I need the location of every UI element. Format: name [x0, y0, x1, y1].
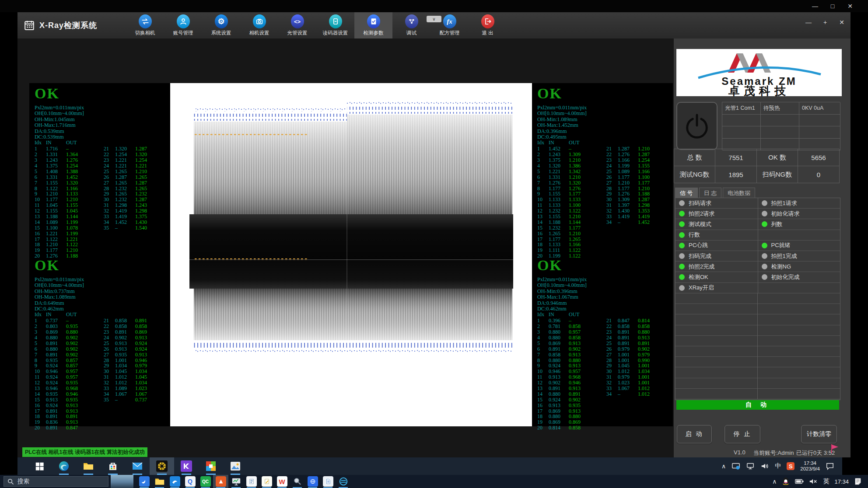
photos-app-icon[interactable]: [223, 457, 248, 475]
local-tray: ∧ 英 17:34: [772, 475, 862, 488]
info-line: Pxl2mm=0.011mm/pix: [537, 276, 673, 282]
measure-row: 71.1551.320: [35, 180, 104, 185]
search-input[interactable]: 搜索: [4, 476, 108, 487]
toolbar-item-tube-settings[interactable]: <> 光管设置: [278, 12, 316, 38]
measure-row: 261.1771.100: [606, 174, 672, 180]
volume-icon[interactable]: [760, 462, 769, 470]
docs-app-icon[interactable]: [320, 475, 336, 488]
ks-app-icon[interactable]: [174, 457, 199, 475]
toolbar-item-detect-params[interactable]: 检测参数: [354, 12, 392, 38]
toolbar-item-debug[interactable]: 调试: [392, 12, 430, 38]
toolbar-item-reader-settings[interactable]: 读码器设置: [316, 12, 354, 38]
info-line: OH-Min:1.045mm: [35, 116, 170, 122]
globe-app-icon[interactable]: [305, 475, 320, 488]
tube-state: 待预热: [761, 102, 799, 115]
notepad-app-icon[interactable]: [244, 475, 259, 488]
qq-icon[interactable]: [782, 477, 790, 486]
toolbar-item-switch-camera[interactable]: 切换相机: [126, 12, 164, 38]
measure-row: 190.8360.913: [35, 419, 104, 425]
measure-row: 240.8910.913: [606, 335, 672, 340]
xray-image-view[interactable]: [170, 83, 532, 426]
sogou-icon[interactable]: S: [787, 462, 794, 470]
toolbar-item-account[interactable]: 账号管理: [164, 12, 202, 38]
toolbar-dropdown-chevron[interactable]: ∨: [427, 16, 441, 22]
status-dot: [679, 264, 685, 269]
stop-button[interactable]: 停 止: [724, 425, 760, 443]
magnifier-tool-icon[interactable]: [290, 475, 305, 488]
measure-row: 210.8580.891: [104, 317, 169, 323]
xray-power-button[interactable]: [676, 102, 718, 150]
measure-row: 291.2761.188: [606, 191, 672, 196]
status-dot: [762, 200, 767, 206]
start-button-remote[interactable]: [27, 457, 52, 475]
gear-icon: ⚙: [215, 14, 228, 28]
measure-row: 61.3311.210: [537, 174, 606, 180]
ime-indicator-local[interactable]: 英: [823, 478, 829, 485]
column-header: IdxINOUT: [537, 311, 673, 317]
toolbar-item-system-settings[interactable]: ⚙ 系统设置: [202, 12, 240, 38]
toolbar-item-camera-settings[interactable]: 相机设置: [240, 12, 278, 38]
ie-browser-icon[interactable]: [336, 475, 351, 488]
toolbar-item-exit[interactable]: 退 出: [469, 12, 507, 38]
tray-chevron-up[interactable]: ∧: [721, 463, 726, 470]
clock-remote[interactable]: 17:34 2023/9/4: [800, 460, 820, 472]
xray-app-taskbar-icon[interactable]: [150, 457, 174, 475]
sticky-notes-icon[interactable]: [854, 478, 862, 485]
measure-row: 311.0121.045: [104, 374, 169, 380]
quark-app-icon[interactable]: Q: [182, 475, 198, 488]
tab-battery-data[interactable]: 电池数据: [723, 188, 755, 198]
app-maximize-button[interactable]: +: [820, 17, 830, 27]
measure-row: 251.2651.210: [104, 168, 169, 174]
file-explorer-icon[interactable]: [76, 457, 101, 475]
editor-app-icon[interactable]: [259, 475, 274, 488]
clock-local[interactable]: 17:34: [834, 478, 849, 485]
action-center-icon[interactable]: [826, 462, 834, 470]
measure-row: 161.2211.199: [35, 230, 104, 236]
weather-widget[interactable]: [111, 475, 133, 488]
account-icon: [177, 14, 190, 28]
measure-row: 41.3201.386: [537, 163, 606, 168]
measure-row: 301.3091.287: [606, 196, 672, 202]
clear-count-button[interactable]: 计数清零: [801, 425, 837, 443]
rdp-minimize-button[interactable]: —: [808, 0, 822, 12]
ms-store-icon[interactable]: [101, 457, 125, 475]
ime-indicator-remote[interactable]: 中: [775, 462, 781, 470]
app-close-button[interactable]: ✕: [836, 17, 847, 27]
result-label: OK: [537, 257, 673, 276]
wps-app-icon[interactable]: W: [274, 475, 290, 488]
volume-muted-icon[interactable]: [809, 478, 818, 485]
app-minimize-button[interactable]: —: [803, 17, 814, 27]
swoosh-app-icon[interactable]: [167, 475, 182, 488]
measure-row: 241.1991.155: [606, 163, 672, 168]
measure-row: 191.1771.210: [35, 247, 104, 253]
measure-row: 191.1111.122: [537, 247, 606, 253]
info-line: DA:0.396mm: [537, 128, 673, 134]
start-button[interactable]: 启 动: [677, 425, 712, 443]
tab-signal[interactable]: 信 号: [675, 188, 698, 198]
battery-icon[interactable]: [795, 478, 804, 485]
edge-browser-icon[interactable]: [52, 457, 76, 475]
measure-row: 110.9240.957: [35, 374, 104, 380]
xray-viewer-app-icon[interactable]: [213, 475, 228, 488]
tab-log[interactable]: 日 志: [699, 188, 722, 198]
monitor-app-icon[interactable]: [228, 475, 244, 488]
qc-app-icon[interactable]: QC: [198, 475, 213, 488]
tray2-chevron-up[interactable]: ∧: [772, 478, 777, 485]
rdp-close-button[interactable]: ✕: [843, 0, 858, 12]
measure-row: 301.0121.034: [606, 368, 672, 374]
file-explorer-local-icon[interactable]: [152, 475, 167, 488]
signal-indicator: 拍照2请求: [676, 209, 758, 219]
measure-row: 131.1881.144: [35, 213, 104, 219]
info-line: DC:0.539mm: [35, 134, 170, 139]
measure-row: 291.0451.001: [606, 363, 672, 368]
sidebar-tabs: 信 号 日 志 电池数据: [675, 188, 755, 198]
cast-icon[interactable]: [732, 462, 740, 470]
measure-panel-right-bottom: OK Pxl2mm=0.011mm/pixOH[0.10mm~4.00mm]OH…: [532, 255, 673, 427]
camera-icon: [253, 14, 266, 28]
network-monitor-icon[interactable]: [746, 462, 755, 470]
mail-icon[interactable]: [125, 457, 150, 475]
tiles-app-icon[interactable]: [199, 457, 223, 475]
bird-app-icon[interactable]: [136, 475, 152, 488]
rdp-maximize-button[interactable]: □: [825, 0, 840, 12]
signal-grid-empty-rows: [676, 293, 840, 399]
